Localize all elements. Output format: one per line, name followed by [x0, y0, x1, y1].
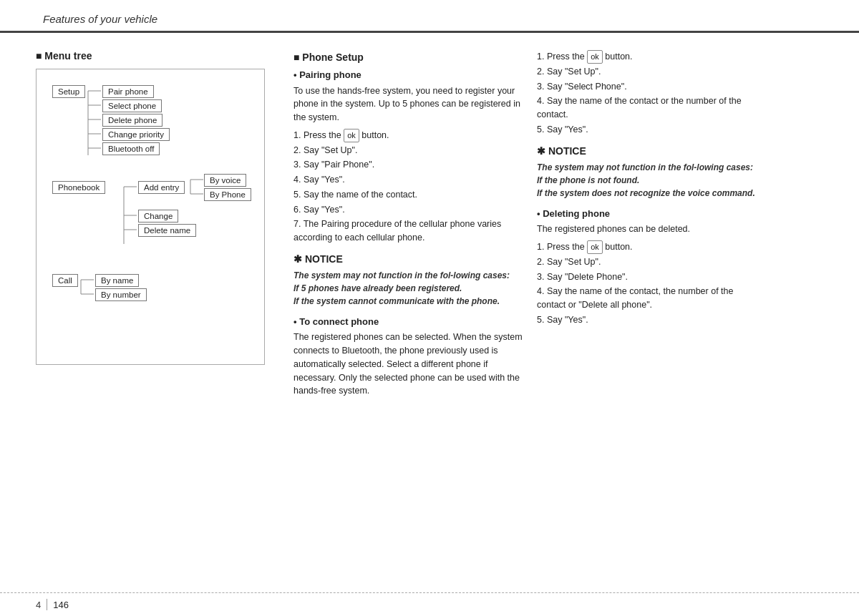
middle-column: Phone Setup • Pairing phone To use the h… [293, 50, 537, 402]
notice-box-2: NOTICE The system may not function in th… [537, 144, 759, 200]
notice-box-1: NOTICE The system may not function in th… [293, 252, 530, 308]
page-wrapper: Features of your vehicle Menu tree [0, 0, 859, 616]
pairing-intro: To use the hands-free system, you need t… [293, 84, 530, 124]
pairing-heading: • Pairing phone [293, 68, 530, 82]
delete-steps: 1. Press the ok button. 2. Say "Set Up".… [537, 240, 759, 327]
menu-tree-box: Setup Pair phone Select phone Delete pho… [36, 69, 265, 365]
node-add-entry: Add entry [138, 181, 185, 194]
del-step-1: 1. Press the ok button. [537, 240, 759, 254]
right-column: 1. Press the ok button. 2. Say "Set Up".… [537, 50, 759, 402]
node-delete-phone: Delete phone [102, 114, 162, 127]
sel-step-3: 3. Say "Select Phone". [537, 80, 759, 94]
page-header: Features of your vehicle [0, 0, 859, 33]
tree-container: Setup Pair phone Select phone Delete pho… [45, 81, 267, 353]
ok-button-icon-1: ok [344, 129, 359, 142]
node-by-phone: By Phone [204, 188, 251, 201]
node-by-name: By name [95, 274, 139, 287]
node-change-priority: Change priority [102, 128, 170, 141]
content-area: Menu tree [0, 33, 859, 409]
ok-button-icon-2: ok [587, 50, 603, 64]
step-2: 2. Say "Set Up". [293, 144, 530, 157]
node-setup: Setup [52, 85, 85, 98]
node-by-number: By number [95, 288, 147, 301]
sel-step-1: 1. Press the ok button. [537, 50, 759, 64]
connect-text: The registered phones can be selected. W… [293, 331, 530, 398]
delete-intro: The registered phones can be deleted. [537, 223, 759, 236]
step-4: 4. Say "Yes". [293, 173, 530, 187]
page-title: Features of your vehicle [43, 13, 157, 25]
del-step-4: 4. Say the name of the contact, the numb… [537, 285, 759, 312]
node-select-phone: Select phone [102, 99, 162, 112]
pairing-steps: 1. Press the ok button. 2. Say "Set Up".… [293, 129, 530, 245]
sel-step-4: 4. Say the name of the contact or the nu… [537, 94, 759, 122]
node-phonebook: Phonebook [52, 181, 105, 194]
delete-heading: • Deleting phone [537, 207, 759, 221]
footer-page: 146 [53, 600, 69, 610]
page-footer: 4 146 [0, 592, 859, 616]
step-5: 5. Say the name of the contact. [293, 188, 530, 202]
step-6: 6. Say "Yes". [293, 203, 530, 217]
sel-step-5: 5. Say "Yes". [537, 123, 759, 137]
del-step-2: 2. Say "Set Up". [537, 255, 759, 269]
connect-heading: • To connect phone [293, 315, 530, 329]
step-3: 3. Say "Pair Phone". [293, 158, 530, 172]
menu-tree-heading: Menu tree [36, 50, 279, 62]
node-call: Call [52, 274, 78, 287]
footer-divider [47, 599, 47, 610]
node-change: Change [138, 210, 178, 223]
node-by-voice: By voice [204, 174, 246, 187]
step-7: 7. The Pairing procedure of the cellular… [293, 217, 530, 245]
notice-2-heading: NOTICE [537, 144, 759, 159]
left-column: Menu tree [36, 50, 293, 402]
sel-step-2: 2. Say "Set Up". [537, 65, 759, 79]
notice-1-heading: NOTICE [293, 252, 530, 267]
step-1: 1. Press the ok button. [293, 129, 530, 142]
del-step-3: 3. Say "Delete Phone". [537, 270, 759, 284]
node-delete-name: Delete name [138, 224, 196, 237]
footer-number: 4 [36, 600, 41, 610]
select-steps: 1. Press the ok button. 2. Say "Set Up".… [537, 50, 759, 137]
notice-1-text: The system may not function in the fol-l… [293, 269, 530, 308]
node-bluetooth-off: Bluetooth off [102, 142, 160, 155]
ok-button-icon-3: ok [587, 240, 603, 254]
notice-2-text: The system may not function in the fol-l… [537, 161, 759, 200]
phone-setup-heading: Phone Setup [293, 50, 530, 65]
del-step-5: 5. Say "Yes". [537, 313, 759, 327]
node-pair-phone: Pair phone [102, 85, 154, 98]
